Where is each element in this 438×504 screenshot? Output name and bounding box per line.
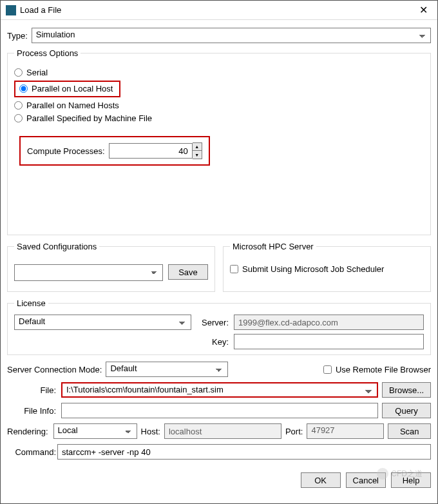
radio-serial-label: Serial bbox=[26, 68, 48, 77]
host-field bbox=[164, 423, 281, 439]
hpc-group: Microsoft HPC Server Submit Using Micros… bbox=[223, 242, 431, 292]
hpc-legend: Microsoft HPC Server bbox=[230, 242, 316, 251]
port-select[interactable]: 47927 bbox=[307, 423, 384, 439]
rendering-select[interactable]: Local bbox=[53, 423, 137, 439]
server-field bbox=[234, 315, 424, 330]
radio-serial-input[interactable] bbox=[14, 68, 23, 77]
radio-parallel-local-input[interactable] bbox=[19, 84, 28, 93]
process-options-legend: Process Options bbox=[14, 48, 81, 58]
window-title: Load a File bbox=[20, 5, 409, 15]
file-field[interactable]: I:\Tutorials\ccm\fountain\fountain_start… bbox=[61, 382, 378, 398]
app-icon bbox=[6, 5, 16, 15]
hpc-checkbox[interactable] bbox=[230, 265, 238, 273]
browse-button[interactable]: Browse... bbox=[382, 382, 431, 398]
command-label: Command: bbox=[7, 447, 57, 457]
highlight-parallel-local: Parallel on Local Host bbox=[14, 81, 120, 97]
rendering-label: Rendering: bbox=[7, 427, 50, 436]
radio-parallel-machinefile[interactable]: Parallel Specified by Machine File bbox=[14, 113, 424, 123]
remote-browser-label: Use Remote File Browser bbox=[336, 365, 431, 374]
saved-configs-legend: Saved Configurations bbox=[14, 242, 99, 251]
license-group: License Default Server: Key: bbox=[7, 298, 431, 355]
compute-processes-input[interactable] bbox=[109, 143, 193, 159]
watermark: CFD之道 bbox=[377, 468, 423, 480]
radio-serial[interactable]: Serial bbox=[14, 68, 424, 77]
ok-button[interactable]: OK bbox=[301, 472, 341, 488]
hpc-checkbox-label: Submit Using Microsoft Job Scheduler bbox=[242, 264, 384, 274]
server-mode-select[interactable]: Default bbox=[106, 362, 228, 377]
remote-browser-checkbox[interactable] bbox=[323, 365, 332, 374]
radio-parallel-named-input[interactable] bbox=[14, 101, 23, 110]
hpc-checkbox-row[interactable]: Submit Using Microsoft Job Scheduler bbox=[230, 264, 424, 274]
radio-parallel-local[interactable]: Parallel on Local Host bbox=[19, 84, 113, 93]
server-mode-label: Server Connection Mode: bbox=[7, 365, 102, 374]
query-button[interactable]: Query bbox=[382, 403, 431, 418]
radio-parallel-named-label: Parallel on Named Hosts bbox=[26, 101, 119, 110]
radio-parallel-machinefile-label: Parallel Specified by Machine File bbox=[26, 113, 152, 123]
saved-configs-select[interactable] bbox=[14, 264, 163, 281]
close-button[interactable]: ✕ bbox=[409, 1, 437, 20]
license-legend: License bbox=[14, 298, 48, 308]
scan-button[interactable]: Scan bbox=[388, 423, 431, 439]
command-field[interactable] bbox=[57, 444, 431, 460]
compute-processes-label: Compute Processes: bbox=[27, 146, 105, 156]
radio-parallel-local-label: Parallel on Local Host bbox=[32, 84, 113, 93]
type-select[interactable]: Simulation bbox=[32, 28, 431, 43]
watermark-icon bbox=[377, 468, 388, 480]
radio-parallel-named[interactable]: Parallel on Named Hosts bbox=[14, 101, 424, 110]
saved-configs-group: Saved Configurations Save bbox=[7, 242, 215, 292]
radio-parallel-machinefile-input[interactable] bbox=[14, 114, 23, 122]
spinner-down-icon[interactable]: ▼ bbox=[193, 151, 202, 159]
type-label: Type: bbox=[7, 31, 28, 41]
file-info-label: File Info: bbox=[7, 406, 57, 416]
highlight-compute-processes: Compute Processes: ▲ ▼ bbox=[19, 136, 210, 166]
spinner-up-icon[interactable]: ▲ bbox=[193, 143, 202, 151]
compute-processes-spinner[interactable]: ▲ ▼ bbox=[193, 142, 202, 159]
save-button[interactable]: Save bbox=[168, 264, 208, 280]
file-label: File: bbox=[7, 385, 57, 395]
server-label: Server: bbox=[196, 318, 229, 327]
process-options-group: Process Options Serial Parallel on Local… bbox=[7, 48, 431, 235]
file-info-field[interactable] bbox=[61, 403, 378, 418]
key-label: Key: bbox=[196, 337, 229, 347]
titlebar: Load a File ✕ bbox=[1, 1, 437, 20]
key-field[interactable] bbox=[234, 334, 424, 349]
port-label: Port: bbox=[285, 427, 303, 436]
host-label: Host: bbox=[141, 427, 160, 436]
remote-browser-row[interactable]: Use Remote File Browser bbox=[323, 365, 431, 374]
license-select[interactable]: Default bbox=[14, 315, 191, 330]
